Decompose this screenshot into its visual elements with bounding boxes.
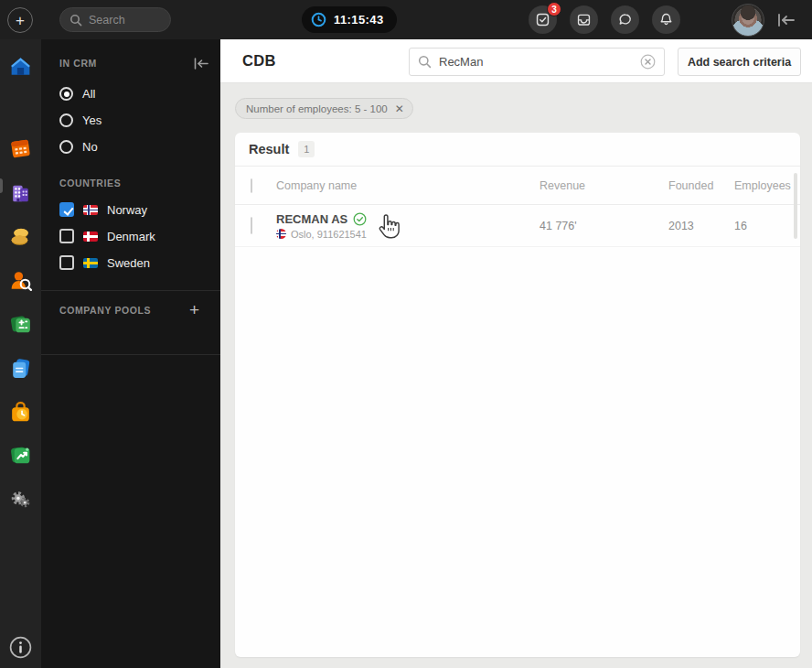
countries-section-title: COUNTRIES bbox=[59, 178, 121, 189]
revenue-value: 41 776' bbox=[540, 220, 668, 232]
active-app-indicator bbox=[0, 178, 3, 193]
country-option-norway[interactable]: Norway bbox=[59, 202, 147, 217]
search-icon bbox=[418, 55, 432, 69]
collapse-panel-button[interactable] bbox=[775, 11, 797, 29]
radio-option-yes[interactable]: Yes bbox=[59, 113, 102, 127]
founded-value: 2013 bbox=[668, 220, 734, 232]
norway-flag-icon bbox=[276, 229, 286, 239]
rail-item-documents[interactable] bbox=[8, 356, 33, 381]
filter-sidebar: IN CRM All Yes No COUNTRIES Norway Denma… bbox=[41, 39, 220, 668]
column-revenue[interactable]: Revenue bbox=[540, 179, 668, 192]
column-employees[interactable]: Employees bbox=[734, 179, 800, 192]
checkbox-checked-icon bbox=[59, 202, 74, 217]
scrollbar-thumb[interactable] bbox=[794, 173, 797, 239]
country-option-sweden[interactable]: Sweden bbox=[59, 255, 150, 270]
country-label: Sweden bbox=[107, 256, 150, 270]
global-search-input[interactable] bbox=[89, 14, 162, 27]
rail-item-settings[interactable] bbox=[8, 487, 33, 512]
company-pools-section-title: COMPANY POOLS bbox=[59, 305, 151, 316]
chat-icon bbox=[617, 12, 633, 27]
radio-option-no[interactable]: No bbox=[59, 140, 98, 154]
radio-icon bbox=[59, 87, 73, 101]
documents-icon bbox=[8, 356, 33, 381]
settings-gears-icon bbox=[8, 487, 33, 512]
home-icon bbox=[8, 54, 33, 79]
radio-label: All bbox=[82, 87, 95, 101]
result-count-badge: 1 bbox=[298, 141, 315, 157]
radio-label: Yes bbox=[82, 113, 102, 127]
sweden-flag-icon bbox=[83, 258, 98, 268]
result-label: Result bbox=[249, 142, 289, 156]
clear-search-icon[interactable] bbox=[640, 54, 656, 70]
inbox-button[interactable] bbox=[570, 5, 598, 34]
company-name-link[interactable]: RECMAN AS bbox=[276, 212, 347, 226]
rail-item-reports[interactable] bbox=[8, 443, 33, 468]
global-search[interactable] bbox=[59, 7, 171, 32]
app-rail bbox=[0, 39, 41, 668]
chat-button[interactable] bbox=[611, 5, 639, 34]
rail-item-info[interactable] bbox=[8, 635, 33, 660]
app-root: { "topbar": { "search_placeholder": "Sea… bbox=[0, 0, 812, 668]
denmark-flag-icon bbox=[83, 232, 98, 242]
rail-item-companies[interactable] bbox=[8, 180, 33, 205]
radio-option-all[interactable]: All bbox=[59, 87, 95, 101]
time-tracker[interactable]: 11:15:43 bbox=[302, 6, 397, 33]
employees-value: 16 bbox=[734, 220, 800, 232]
country-label: Denmark bbox=[107, 230, 155, 243]
rail-item-economy[interactable] bbox=[8, 312, 33, 337]
rail-item-calendar[interactable] bbox=[8, 136, 33, 161]
calendar-icon bbox=[8, 136, 33, 161]
clock-icon bbox=[311, 12, 326, 27]
column-company-name[interactable]: Company name bbox=[276, 179, 540, 192]
person-search-icon bbox=[8, 268, 33, 293]
bell-icon bbox=[658, 12, 674, 27]
cdb-search-input[interactable] bbox=[439, 55, 633, 69]
collapse-left-icon bbox=[775, 11, 797, 29]
calculator-icon bbox=[8, 312, 33, 337]
company-cell: RECMAN AS Oslo, 911621541 bbox=[276, 212, 540, 240]
candidates-icon bbox=[8, 224, 33, 249]
add-search-criteria-button[interactable]: Add search criteria bbox=[678, 48, 801, 76]
top-bar: + 11:15:43 3 bbox=[0, 0, 812, 39]
notification-badge: 3 bbox=[547, 2, 561, 16]
remove-filter-icon[interactable]: ✕ bbox=[395, 103, 404, 114]
main-content: CDB Add search criteria Number of employ… bbox=[220, 39, 812, 668]
checkbox-icon bbox=[59, 255, 74, 270]
results-panel: Result 1 Company name Revenue Founded Em… bbox=[235, 133, 800, 657]
divider bbox=[41, 290, 220, 291]
companies-icon bbox=[8, 180, 33, 205]
page-header: CDB Add search criteria bbox=[220, 39, 812, 83]
add-new-button[interactable]: + bbox=[7, 7, 33, 33]
rail-item-home[interactable] bbox=[8, 54, 33, 79]
rail-item-candidates[interactable] bbox=[8, 224, 33, 249]
radio-icon bbox=[59, 113, 73, 127]
search-icon bbox=[69, 14, 82, 27]
clock-time: 11:15:43 bbox=[334, 13, 384, 27]
country-label: Norway bbox=[107, 203, 147, 217]
radio-icon bbox=[59, 140, 73, 154]
user-avatar[interactable] bbox=[732, 4, 764, 37]
verified-icon bbox=[353, 212, 367, 226]
checkbox-icon bbox=[59, 229, 74, 243]
filter-chip-employees: Number of employees: 5 - 100 ✕ bbox=[235, 98, 413, 119]
plus-icon: + bbox=[16, 13, 25, 28]
sidebar-collapse-button[interactable] bbox=[193, 57, 209, 70]
table-header-row: Company name Revenue Founded Employees bbox=[235, 167, 800, 205]
column-founded[interactable]: Founded bbox=[668, 179, 734, 192]
table-row[interactable]: RECMAN AS Oslo, 911621541 41 776' 2013 1… bbox=[235, 205, 800, 247]
country-option-denmark[interactable]: Denmark bbox=[59, 229, 155, 243]
norway-flag-icon bbox=[83, 205, 98, 215]
company-location: Oslo, 911621541 bbox=[291, 229, 367, 240]
cdb-search bbox=[409, 48, 665, 76]
select-all-checkbox[interactable] bbox=[251, 178, 252, 193]
rail-item-time[interactable] bbox=[8, 400, 33, 425]
time-bag-icon bbox=[8, 400, 33, 425]
add-company-pool-button[interactable]: + bbox=[189, 301, 199, 318]
rail-item-sourcing[interactable] bbox=[8, 268, 33, 293]
in-crm-section-title: IN CRM bbox=[59, 58, 97, 69]
notifications-button[interactable] bbox=[652, 5, 680, 34]
collapse-left-icon bbox=[193, 57, 209, 70]
row-checkbox[interactable] bbox=[251, 217, 252, 234]
reports-icon bbox=[8, 443, 33, 468]
tasks-button[interactable]: 3 bbox=[529, 5, 557, 34]
